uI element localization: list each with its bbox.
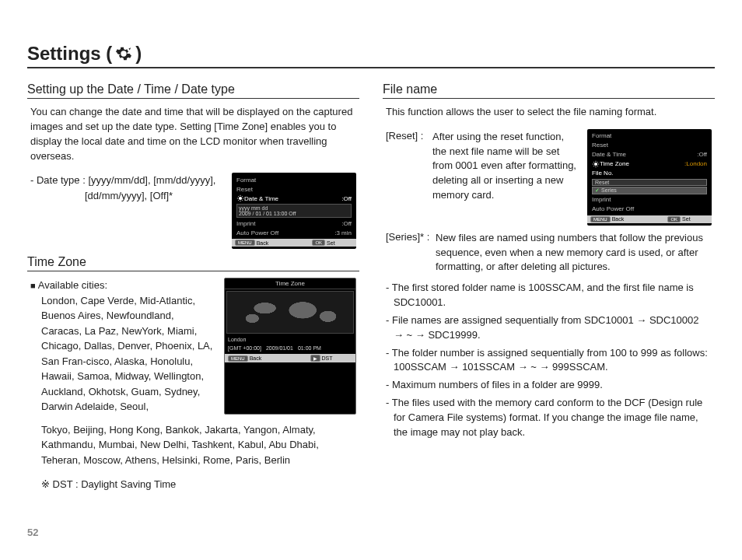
lcd-screenshot-timezone: Time Zone London [GMT +00:00] 2009/01/01… [224,278,356,415]
dst-note: ※ DST : Daylight Saving Time [41,478,356,490]
bullet-folder-seq: - The folder number is assigned sequenti… [386,346,712,376]
lcd-item-datetime: Date & Time [244,195,341,202]
tz-cities-block: Available cities: London, Cape Verde, Mi… [30,278,216,415]
menu-badge: MENU [235,240,255,246]
footer-dst: DST [322,355,333,361]
page-number: 52 [27,527,38,538]
lcd-item-autopower: Auto Power Off [236,229,334,236]
lcd-footer: MENUBack OKSet [232,239,356,247]
lcd-item-reset: Reset [236,186,352,193]
heading-file-name: File name [383,82,715,99]
lcd-value-autopower: :3 min [334,229,352,236]
lcd-item-imprint: Imprint [236,220,341,227]
footer-back: Back [612,216,625,222]
page-title: Settings ( ) [27,43,715,68]
right-column: File name This function allows the user … [383,76,715,490]
lcd-date-value: 2009 / 01 / 01 13:00 Off [239,211,349,216]
menu-badge: MENU [228,355,248,362]
play-badge: ▶ [310,355,320,362]
date-intro-text: You can change the date and time that wi… [30,105,356,163]
lcd-item-fileno: File No. [592,170,707,177]
file-bullets: - The first stored folder name is 100SSC… [386,281,712,439]
reset-label: [Reset] : [386,129,423,144]
footer-back: Back [250,355,262,361]
tz-label: Available cities: [30,279,107,291]
lcd-format-label: yyyy mm dd [239,205,349,211]
lcd-value-off: :Off [697,151,707,158]
lcd-item-format: Format [236,177,352,184]
bullet-max-files: - Maximum numbers of files in a folder a… [386,378,712,393]
lcd-value-off: :Off [341,195,352,202]
lcd-tz-date: 2009/01/01 [266,345,293,351]
lcd-value-imprint: :Off [341,220,352,227]
heading-date-time: Setting up the Date / Time / Date type [27,82,359,99]
svg-point-1 [594,163,597,166]
left-column: Setting up the Date / Time / Date type Y… [27,76,359,490]
ok-badge: OK [312,240,325,246]
footer-set: Set [327,240,335,246]
lcd-item-format: Format [592,132,707,139]
tz-cities-part1: London, Cape Verde, Mid-Atlantic, Buenos… [30,293,216,415]
gear-icon [236,194,244,202]
lcd-option-reset: Reset [592,179,707,186]
date-type-text: - Date type : [yyyy/mm/dd], [mm/dd/yyyy]… [30,173,226,249]
lcd-footer: MENUBack ▶DST [225,354,355,362]
heading-time-zone: Time Zone [27,255,359,271]
title-text-a: Settings ( [27,43,112,65]
gear-icon [115,45,132,62]
gear-icon [592,160,600,168]
date-type-line1: - Date type : [yyyy/mm/dd], [mm/dd/yyyy]… [30,174,215,186]
lcd-tz-time: 01:00 PM [298,345,321,351]
lcd-value-london: :London [684,160,707,167]
lcd-footer: MENUBack OKSet [587,215,712,223]
lcd-tz-title: Time Zone [225,278,355,289]
svg-point-0 [239,197,242,200]
lcd-screenshot-date: Format Reset Date & Time :Off yyyy mm dd… [232,173,356,249]
tz-cities-part2: Tokyo, Beijing, Hong Kong, Bankok, Jakar… [41,424,319,466]
bullet-file-seq: - File names are assigned sequentially f… [386,313,712,343]
ok-badge: OK [667,216,681,222]
lcd-item-datetime: Date & Time [592,151,697,158]
series-definition: [Series]* : New files are named using nu… [386,230,712,275]
lcd-option-series: Series [592,187,707,194]
title-text-b: ) [135,43,142,65]
date-type-line2: [dd/mm/yyyy], [Off]* [30,188,226,204]
lcd-tz-city: London [228,337,246,342]
tz-cities-continued: Tokyo, Beijing, Hong Kong, Bankok, Jakar… [30,422,356,468]
footer-set: Set [682,216,691,222]
bullet-folder-name: - The first stored folder name is 100SSC… [386,281,712,310]
world-map-icon [226,291,354,334]
lcd-item-timezone: Time Zone [600,160,684,167]
lcd-item-imprint: Imprint [592,196,707,203]
filename-intro: This function allows the user to select … [386,105,712,120]
menu-badge: MENU [590,216,611,222]
lcd-inline-box: yyyy mm dd 2009 / 01 / 01 13:00 Off [236,204,352,218]
lcd-item-autopower: Auto Power Off [592,205,707,212]
lcd-tz-gmt: [GMT +00:00] [228,345,261,351]
footer-back: Back [257,240,269,246]
bullet-dcf: - The files used with the memory card co… [386,396,712,440]
reset-definition: [Reset] : After using the reset function… [386,129,579,226]
lcd-item-reset: Reset [592,142,707,149]
series-body: New files are named using numbers that f… [386,231,712,275]
lcd-screenshot-filename: Format Reset Date & Time:Off Time Zone:L… [587,129,712,226]
series-label: [Series]* : [386,230,429,245]
